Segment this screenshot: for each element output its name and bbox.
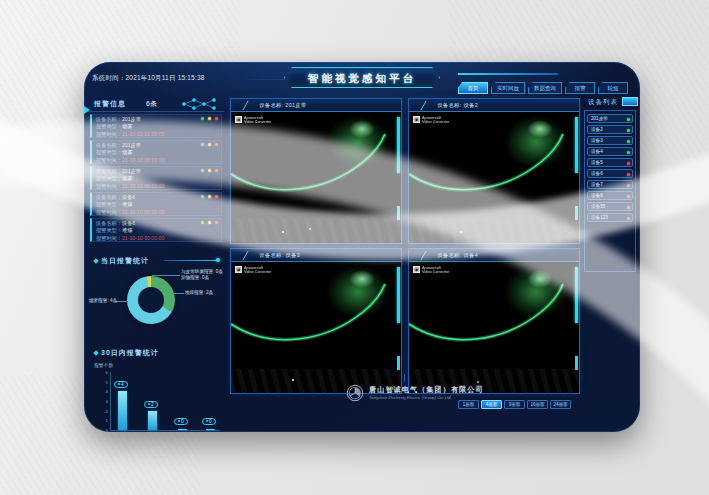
topology-icon xyxy=(180,97,220,111)
y-axis-label: 报警个数 xyxy=(94,362,113,368)
watermark: ▣ ApowersoftVideo Converter xyxy=(235,116,271,124)
nav-accent-line xyxy=(458,73,558,75)
video-scrollbar[interactable] xyxy=(397,262,400,393)
alarm-panel-title: 报警信息 xyxy=(94,99,126,109)
desktop-background: 系统时间：2021年10月11日 15:15:38 智能视觉感知平台 首页 实时… xyxy=(0,0,709,495)
video-feed[interactable]: ▣ ApowersoftVideo Converter xyxy=(231,112,401,243)
device-list-tab[interactable] xyxy=(622,97,638,106)
video-panel-1: 设备名称: 201皮带 ▣ ApowersoftVideo Converter xyxy=(230,98,402,244)
device-row[interactable]: 设备8 xyxy=(587,191,633,200)
daily-stats-title: 当日报警统计 xyxy=(94,256,149,266)
alarm-device: 201皮带 xyxy=(122,168,141,174)
donut-label-smoke: 烟雾报警: 4条 xyxy=(89,298,117,303)
bar-value-badge: 0 xyxy=(174,418,188,425)
watermark: ▣ ApowersoftVideo Converter xyxy=(235,266,271,274)
status-dot-offline xyxy=(627,162,630,165)
bar-value-badge: 2 xyxy=(144,401,158,408)
alarm-type: 烟雾 xyxy=(122,123,132,129)
video-scrollbar[interactable] xyxy=(575,112,578,243)
watermark: ▣ ApowersoftVideo Converter xyxy=(413,116,449,124)
alarm-card[interactable]: 设备名称：设备6 报警类型：堆煤 报警时间：21-10-10 00:00:00 xyxy=(90,192,222,216)
video-panel-header: 设备名称: 设备4 xyxy=(409,249,579,262)
status-dot-offline xyxy=(627,217,630,220)
system-time: 系统时间：2021年10月11日 15:15:38 xyxy=(92,74,205,83)
alarm-time: 21-10-10 01:00:00 xyxy=(122,131,164,137)
donut-label-foreign: 异物报警: 0条 xyxy=(181,275,209,280)
alarm-status-leds xyxy=(201,169,218,172)
device-row[interactable]: 设备2 xyxy=(587,125,633,134)
company-name-en: Tangshan Zhicheng Electric (Group) Co.,L… xyxy=(369,395,452,400)
tunnel-floor xyxy=(231,219,401,243)
top-nav: 首页 实时回放 数据查询 报警 轮巡 xyxy=(458,82,628,94)
alarm-type: 烟雾 xyxy=(122,175,132,181)
nav-button-patrol[interactable]: 轮巡 xyxy=(598,82,628,94)
alarm-header: 报警信息 6条 xyxy=(88,96,224,112)
alarm-type: 烟雾 xyxy=(122,149,132,155)
alarm-type: 堆煤 xyxy=(122,201,132,207)
lamp xyxy=(282,231,284,233)
watermark-icon: ▣ xyxy=(413,266,420,273)
tunnel-floor xyxy=(409,219,579,243)
monthly-stats-title: 30日内报警统计 xyxy=(94,348,159,358)
device-list: 201皮带 设备2 设备3 设备4 设备5 设备6 设备7 设备8 设备55 设… xyxy=(584,110,636,272)
watermark-icon: ▣ xyxy=(235,266,242,273)
layout-button-24[interactable]: 24画面 xyxy=(550,400,571,409)
daily-alarm-donut-chart xyxy=(127,276,175,324)
lamp xyxy=(477,381,479,383)
alarm-card[interactable]: 设备名称：201皮带 报警类型：烟雾 报警时间：21-10-10 01:00:0… xyxy=(90,114,222,138)
layout-button-16[interactable]: 16画面 xyxy=(527,400,548,409)
video-panel-3: 设备名称: 设备3 ▣ ApowersoftVideo Converter xyxy=(230,248,402,394)
device-row[interactable]: 设备7 xyxy=(587,180,633,189)
layout-button-1[interactable]: 1画面 xyxy=(458,400,479,409)
circuit-node xyxy=(216,258,220,262)
video-feed[interactable]: ▣ ApowersoftVideo Converter xyxy=(231,262,401,393)
video-panel-header: 设备名称: 设备2 xyxy=(409,99,579,112)
status-dot-offline xyxy=(627,206,630,209)
status-dot-online xyxy=(627,151,630,154)
alarm-list: 设备名称：201皮带 报警类型：烟雾 报警时间：21-10-10 01:00:0… xyxy=(88,114,224,250)
alarm-time: 21-10-10 00:00:00 xyxy=(122,183,164,189)
device-row[interactable]: 设备123 xyxy=(587,213,633,222)
video-title: 设备名称: 201皮带 xyxy=(259,102,307,109)
alarm-status-leds xyxy=(201,195,218,198)
layout-button-9[interactable]: 9画面 xyxy=(504,400,525,409)
nav-button-playback[interactable]: 实时回放 xyxy=(491,82,525,94)
device-row[interactable]: 设备3 xyxy=(587,136,633,145)
alarm-time: 21-10-10 00:00:00 xyxy=(122,235,164,241)
status-dot-online xyxy=(627,118,630,121)
watermark: ▣ ApowersoftVideo Converter xyxy=(413,266,449,274)
alarm-panel: 报警信息 6条 设备名称：201皮带 报警类型：烟雾 xyxy=(88,92,224,430)
lamp xyxy=(460,231,462,233)
alarm-device: 201皮带 xyxy=(122,142,141,148)
nav-button-alarm[interactable]: 报警 xyxy=(565,82,595,94)
alarm-device: 设备6 xyxy=(122,194,135,200)
video-feed[interactable]: ▣ ApowersoftVideo Converter xyxy=(409,262,579,393)
nav-button-home[interactable]: 首页 xyxy=(458,82,488,94)
alarm-card[interactable]: 设备名称：201皮带 报警类型：烟雾 报警时间：21-10-10 00:00:0… xyxy=(90,140,222,164)
status-dot-offline xyxy=(627,173,630,176)
alarm-time: 21-10-10 00:00:00 xyxy=(122,157,164,163)
device-row[interactable]: 设备55 xyxy=(587,202,633,211)
video-panel-2: 设备名称: 设备2 ▣ ApowersoftVideo Converter xyxy=(408,98,580,244)
nav-button-query[interactable]: 数据查询 xyxy=(528,82,562,94)
alarm-card[interactable]: 设备名称：设备6 报警类型：堆煤 报警时间：21-10-10 00:00:00 xyxy=(90,218,222,242)
circuit-line xyxy=(164,260,220,261)
company-name-cn: 唐山智诚电气（集团）有限公司 xyxy=(369,385,484,395)
device-row[interactable]: 设备5 xyxy=(587,158,633,167)
footer-connector xyxy=(404,374,405,382)
video-feed[interactable]: ▣ ApowersoftVideo Converter xyxy=(409,112,579,243)
device-row[interactable]: 设备4 xyxy=(587,147,633,156)
device-row[interactable]: 201皮带 xyxy=(587,114,633,123)
status-dot-offline xyxy=(627,195,630,198)
layout-button-4[interactable]: 4画面 xyxy=(481,400,502,409)
donut-label-coal: 堆煤报警: 2条 xyxy=(185,290,213,295)
bar-value-badge: 4 xyxy=(114,381,128,388)
device-row[interactable]: 设备6 xyxy=(587,169,633,178)
video-scrollbar[interactable] xyxy=(397,112,400,243)
alarm-card[interactable]: 设备名称：201皮带 报警类型：烟雾 报警时间：21-10-10 00:00:0… xyxy=(90,166,222,190)
bar-foreign xyxy=(178,429,187,431)
video-panel-header: 设备名称: 201皮带 xyxy=(231,99,401,112)
screen-layout-buttons: 1画面 4画面 9画面 16画面 24画面 xyxy=(458,400,571,409)
video-scrollbar[interactable] xyxy=(575,262,578,393)
dashboard-window: 系统时间：2021年10月11日 15:15:38 智能视觉感知平台 首页 实时… xyxy=(84,62,640,432)
